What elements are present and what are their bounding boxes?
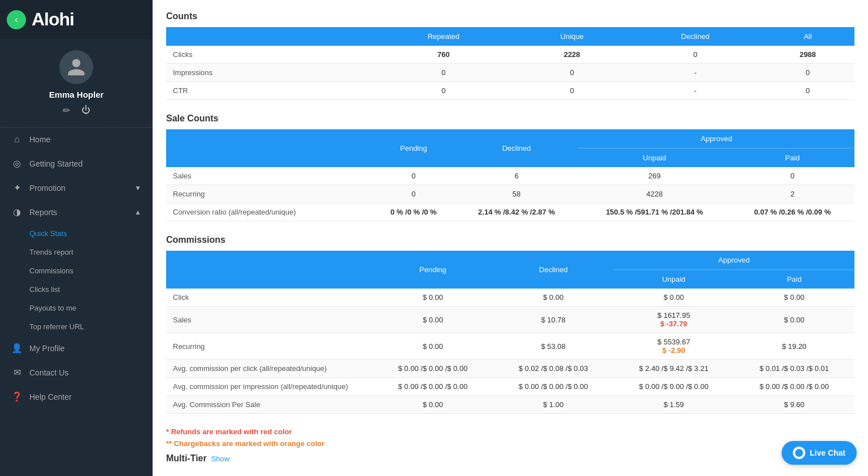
row-unpaid-value: $ 5539.67 bbox=[620, 338, 727, 346]
sidebar-item-home[interactable]: ⌂ Home bbox=[0, 128, 153, 151]
counts-col-declined: Declined bbox=[630, 27, 761, 46]
sale-counts-col-declined: Declined bbox=[454, 129, 578, 167]
table-row: Conversion ratio (all/repeated/unique) 0… bbox=[166, 203, 854, 221]
table-row: Click $ 0.00 $ 0.00 $ 0.00 $ 0.00 bbox=[166, 289, 854, 307]
counts-title: Counts bbox=[166, 11, 854, 21]
table-row: Recurring 0 58 4228 2 bbox=[166, 185, 854, 203]
row-declined: $ 53.08 bbox=[493, 333, 614, 360]
sidebar-header: ‹ Alohi bbox=[0, 0, 153, 39]
sidebar: ‹ Alohi Emma Hopler ✏ ⏻ ⌂ Home ◎ Getting… bbox=[0, 0, 153, 476]
sidebar-item-label: Home bbox=[29, 135, 50, 144]
row-paid: $ 19.20 bbox=[734, 333, 854, 360]
sidebar-item-contact-us[interactable]: ✉ Contact Us bbox=[0, 360, 153, 385]
row-paid: $ 0.01 /$ 0.03 /$ 0.01 bbox=[734, 360, 854, 378]
sidebar-item-reports[interactable]: ◑ Reports ▲ bbox=[0, 200, 153, 224]
row-label: Recurring bbox=[166, 333, 372, 360]
chargebacks-footnote: ** Chargebacks are marked with orange co… bbox=[166, 439, 854, 448]
sidebar-item-label: Help Center bbox=[29, 392, 72, 401]
row-pending: 0 bbox=[372, 185, 454, 203]
sale-counts-col-empty bbox=[166, 129, 372, 167]
sidebar-item-help-center[interactable]: ❓ Help Center bbox=[0, 385, 153, 409]
row-label: Impressions bbox=[166, 64, 372, 82]
sidebar-item-label: Promotion bbox=[29, 184, 66, 193]
table-row: Recurring $ 0.00 $ 53.08 $ 5539.67 $ -2.… bbox=[166, 333, 854, 360]
row-unique: 0 bbox=[514, 82, 630, 100]
comm-col-pending: Pending bbox=[372, 251, 493, 289]
table-row: Sales $ 0.00 $ 10.78 $ 1617.95 $ -37.79 … bbox=[166, 307, 854, 333]
live-chat-icon bbox=[793, 447, 805, 459]
back-button[interactable]: ‹ bbox=[7, 10, 26, 29]
row-declined: $ 0.00 /$ 0.00 /$ 0.00 bbox=[493, 378, 614, 396]
row-pending: $ 0.00 /$ 0.00 /$ 0.00 bbox=[372, 378, 493, 396]
multi-tier-section: Multi-Tier Show bbox=[166, 453, 854, 464]
sidebar-sub-item-payouts-to-me[interactable]: Payouts to me bbox=[0, 299, 153, 317]
sidebar-item-promotion[interactable]: ✦ Promotion ▼ bbox=[0, 176, 153, 200]
sidebar-sub-item-commissions[interactable]: Commissions bbox=[0, 261, 153, 280]
row-pending: $ 0.00 bbox=[372, 289, 493, 307]
multi-tier-show-link[interactable]: Show bbox=[211, 455, 230, 463]
help-icon: ❓ bbox=[11, 391, 23, 402]
counts-table: Repeated Unique Declined All Clicks 760 … bbox=[166, 27, 854, 100]
sidebar-item-my-profile[interactable]: 👤 My Profile bbox=[0, 336, 153, 360]
logout-icon[interactable]: ⏻ bbox=[81, 105, 90, 116]
row-paid: $ 0.00 /$ 0.00 /$ 0.00 bbox=[734, 378, 854, 396]
user-avatar-icon bbox=[66, 57, 86, 77]
user-name: Emma Hopler bbox=[11, 90, 141, 99]
comm-col-unpaid: Unpaid bbox=[614, 270, 734, 289]
row-label: CTR bbox=[166, 82, 372, 100]
row-paid: $ 0.00 bbox=[734, 307, 854, 333]
reports-icon: ◑ bbox=[11, 207, 23, 217]
sidebar-item-label: Getting Started bbox=[29, 159, 83, 168]
row-pending: $ 0.00 bbox=[372, 307, 493, 333]
table-row: CTR 0 0 - 0 bbox=[166, 82, 854, 100]
row-declined: $ 0.02 /$ 0.08 /$ 0.03 bbox=[493, 360, 614, 378]
contact-icon: ✉ bbox=[11, 367, 23, 378]
row-repeated: 0 bbox=[372, 82, 514, 100]
row-paid: $ 0.00 bbox=[734, 289, 854, 307]
comm-col-approved: Approved bbox=[614, 251, 854, 270]
sidebar-item-label: My Profile bbox=[29, 344, 64, 353]
promotion-icon: ✦ bbox=[11, 182, 23, 193]
comm-col-empty bbox=[166, 251, 372, 289]
row-unpaid: 269 bbox=[579, 167, 731, 185]
sale-counts-title: Sale Counts bbox=[166, 113, 854, 124]
user-section: Emma Hopler ✏ ⏻ bbox=[0, 39, 153, 128]
sidebar-sub-item-trends-report[interactable]: Trends report bbox=[0, 243, 153, 261]
row-unpaid: $ 0.00 bbox=[614, 289, 734, 307]
sale-counts-table: Pending Declined Approved Unpaid Paid Sa… bbox=[166, 129, 854, 221]
sale-counts-col-pending: Pending bbox=[372, 129, 454, 167]
row-pending: $ 0.00 bbox=[372, 333, 493, 360]
row-label: Click bbox=[166, 289, 372, 307]
home-icon: ⌂ bbox=[11, 134, 23, 145]
live-chat-button[interactable]: Live Chat bbox=[782, 441, 857, 465]
row-repeated: 760 bbox=[372, 46, 514, 64]
row-unpaid: $ 2.40 /$ 9.42 /$ 3.21 bbox=[614, 360, 734, 378]
row-declined: 6 bbox=[454, 167, 578, 185]
row-paid: 0.07 % /0.26 % /0.09 % bbox=[731, 203, 854, 221]
sidebar-sub-item-quick-stats[interactable]: Quick Stats bbox=[0, 224, 153, 243]
counts-col-unique: Unique bbox=[514, 27, 630, 46]
sidebar-item-getting-started[interactable]: ◎ Getting Started bbox=[0, 151, 153, 176]
sidebar-sub-item-label: Trends report bbox=[29, 248, 73, 256]
row-unpaid: $ 1617.95 $ -37.79 bbox=[614, 307, 734, 333]
row-declined: - bbox=[630, 82, 761, 100]
edit-profile-icon[interactable]: ✏ bbox=[63, 105, 70, 116]
avatar bbox=[59, 50, 93, 84]
sidebar-sub-item-label: Commissions bbox=[29, 267, 73, 275]
row-unpaid: 4228 bbox=[579, 185, 731, 203]
sidebar-sub-item-label: Quick Stats bbox=[29, 229, 67, 238]
row-unpaid-chargeback: $ -2.90 bbox=[620, 346, 727, 355]
sidebar-sub-item-clicks-list[interactable]: Clicks list bbox=[0, 280, 153, 299]
sale-counts-col-unpaid: Unpaid bbox=[579, 149, 731, 168]
counts-col-all: All bbox=[761, 27, 854, 46]
profile-icon: 👤 bbox=[11, 343, 23, 353]
sidebar-sub-item-top-referrer-url[interactable]: Top referrer URL bbox=[0, 317, 153, 336]
sale-counts-col-approved: Approved bbox=[579, 129, 854, 149]
row-unpaid-refund: $ -37.79 bbox=[620, 320, 727, 328]
table-row: Sales 0 6 269 0 bbox=[166, 167, 854, 185]
comm-col-declined: Declined bbox=[493, 251, 614, 289]
multi-tier-label: Multi-Tier bbox=[166, 453, 207, 464]
commissions-title: Commissions bbox=[166, 235, 854, 245]
row-label: Avg. commission per click (all/repeated/… bbox=[166, 360, 372, 378]
row-unpaid-value: $ 1617.95 bbox=[620, 311, 727, 320]
